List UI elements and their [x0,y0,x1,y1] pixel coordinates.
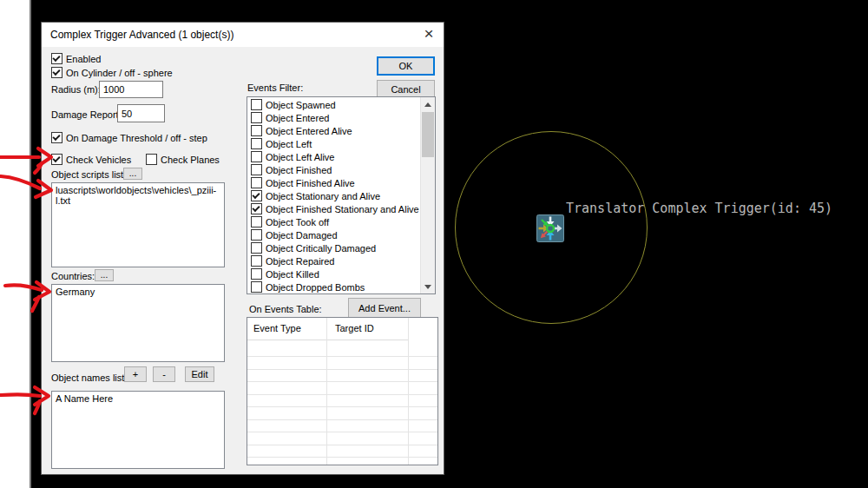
countries-browse-button[interactable]: ... [95,269,114,281]
damage-report-label: Damage Report: [51,109,122,120]
checkbox-icon[interactable] [251,112,262,123]
dialog-title: Complex Trigger Advanced (1 object(s)) [50,29,233,41]
checkbox-icon[interactable] [251,281,262,293]
add-event-button[interactable]: Add Event... [348,298,421,318]
scroll-down-icon[interactable] [421,280,435,293]
countries-label: Countries: [51,271,95,281]
events-filter-item[interactable]: Object Repaired [247,254,420,267]
events-filter-item-label: Object Spawned [266,100,336,110]
object-scripts-listbox[interactable]: luascripts\worldobjects\vehicles\_pziii-… [51,182,225,267]
events-table-row [247,406,437,407]
events-filter-item-label: Object Stationary and Alive [266,191,380,201]
events-filter-item-label: Object Finished Stationary and Alive [266,204,419,214]
events-table-row [247,419,437,420]
object-names-add-button[interactable]: + [124,366,147,382]
table-column-divider [408,318,409,465]
events-filter-scrollbar[interactable] [420,97,435,293]
scroll-up-icon[interactable] [421,97,435,111]
checkbox-icon[interactable] [251,151,262,162]
events-filter-item[interactable]: Object Entered Alive [247,124,420,137]
object-names-remove-button[interactable]: - [153,366,175,382]
events-filter-item-label: Object Repaired [266,256,335,267]
damage-threshold-checkbox[interactable]: On Damage Threshold / off - step [51,132,207,143]
translator-trigger-icon[interactable] [536,214,564,242]
radius-input[interactable] [99,81,163,98]
page-background-strip [0,0,31,488]
events-filter-item-label: Object Left [266,139,312,149]
dialog-titlebar[interactable]: Complex Trigger Advanced (1 object(s)) × [42,23,444,47]
checkbox-icon[interactable] [51,67,62,78]
checkbox-icon[interactable] [251,125,262,136]
events-table-col-target-id[interactable]: Target ID [335,323,374,333]
checkbox-icon[interactable] [251,164,262,175]
events-table-row [247,369,437,370]
checkbox-icon[interactable] [251,242,262,254]
events-filter-item-label: Object Critically Damaged [266,243,376,254]
events-filter-item-label: Object Entered [266,113,329,123]
cylinder-checkbox[interactable]: On Cylinder / off - sphere [51,67,173,78]
events-table-row [247,445,437,445]
events-filter-item[interactable]: Object Stationary and Alive [247,189,420,202]
enabled-checkbox[interactable]: Enabled [51,53,101,64]
events-filter-item[interactable]: Object Dropped Bombs [247,280,420,293]
events-filter-item-label: Object Finished Alive [266,178,355,188]
checkbox-icon[interactable] [251,177,262,188]
checkbox-icon[interactable] [146,154,157,165]
checkbox-icon[interactable] [51,53,62,64]
events-filter-item[interactable]: Object Left Alive [247,150,420,163]
check-vehicles-checkbox[interactable]: Check Vehicles [51,154,131,165]
events-filter-item[interactable]: Object Spawned [247,98,420,111]
events-filter-item[interactable]: Object Entered [247,111,420,124]
checkbox-icon[interactable] [251,255,262,267]
events-filter-item[interactable]: Object Damaged [247,228,420,241]
scrollbar-thumb[interactable] [422,112,434,157]
object-names-label: Object names list: [51,373,127,383]
checkbox-icon[interactable] [51,154,62,165]
events-filter-item[interactable]: Object Critically Damaged [247,241,420,254]
checkbox-icon[interactable] [51,132,62,143]
object-scripts-browse-button[interactable]: ... [123,168,142,180]
object-names-item[interactable]: A Name Here [56,393,220,404]
checkbox-icon[interactable] [251,138,262,149]
screenshot-root: Complex Trigger Advanced (1 object(s)) ×… [0,0,868,488]
events-filter-item-label: Object Killed [266,269,319,280]
events-table-row [247,356,437,357]
trigger-name-label: Translator Complex Trigger(id: 45) [566,201,832,216]
table-header-divider [247,340,409,340]
object-names-edit-button[interactable]: Edit [185,366,214,382]
check-planes-checkbox[interactable]: Check Planes [146,154,220,165]
checkbox-icon[interactable] [251,99,262,110]
events-filter-item-label: Object Entered Alive [266,126,352,136]
events-filter-item-label: Object Left Alive [266,152,335,162]
damage-report-input[interactable] [117,104,165,122]
checkbox-icon[interactable] [251,203,262,214]
ok-button[interactable]: OK [377,56,435,76]
events-filter-rows: Object SpawnedObject EnteredObject Enter… [247,98,420,293]
events-filter-item[interactable]: Object Took off [247,215,420,228]
object-scripts-item[interactable]: luascripts\worldobjects\vehicles\_pziii-… [56,185,220,206]
checkbox-icon[interactable] [251,216,262,228]
events-filter-item-label: Object Dropped Bombs [266,282,365,293]
damage-threshold-label: On Damage Threshold / off - step [66,133,207,143]
events-filter-item[interactable]: Object Finished [247,163,420,176]
events-filter-item[interactable]: Object Finished Alive [247,176,420,189]
checkbox-icon[interactable] [251,190,262,201]
events-table-col-event-type[interactable]: Event Type [253,323,301,333]
object-names-listbox[interactable]: A Name Here [51,391,225,469]
cylinder-label: On Cylinder / off - sphere [66,68,173,78]
checkbox-icon[interactable] [251,268,262,280]
events-filter-item[interactable]: Object Left [247,137,420,150]
events-filter-item[interactable]: Object Finished Stationary and Alive [247,202,420,215]
cancel-button[interactable]: Cancel [377,80,435,98]
countries-item[interactable]: Germany [56,287,220,297]
events-table[interactable]: Event Type Target ID [247,317,438,465]
events-table-row [247,457,437,458]
table-column-divider [326,318,327,465]
checkbox-icon[interactable] [251,229,262,241]
events-filter-list[interactable]: Object SpawnedObject EnteredObject Enter… [247,96,436,294]
countries-listbox[interactable]: Germany [51,284,225,362]
enabled-label: Enabled [66,54,101,64]
close-icon[interactable]: × [421,24,437,43]
object-scripts-label: Object scripts list [51,169,123,180]
events-filter-item[interactable]: Object Killed [247,267,420,280]
